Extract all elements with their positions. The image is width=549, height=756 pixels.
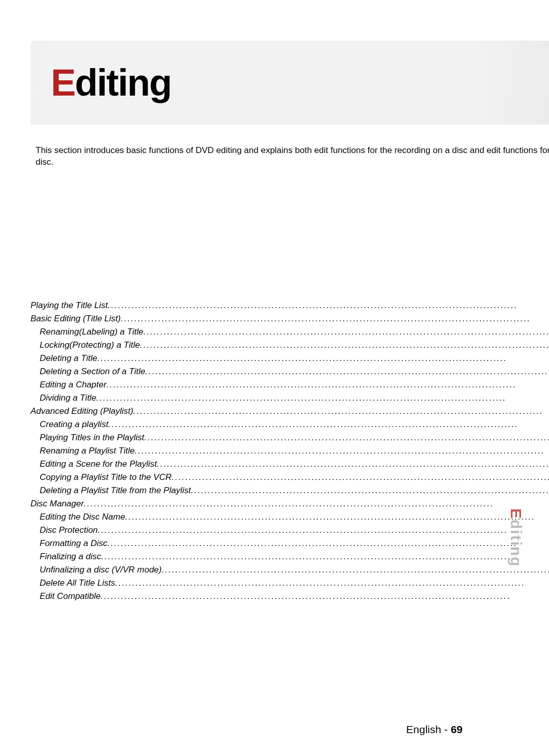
side-tab-initial: E (508, 508, 525, 520)
toc-name: Advanced Editing (Playlist) (30, 406, 133, 416)
toc-entry: Copying a Playlist Title to the VCR83 (30, 472, 549, 482)
toc-entry: Dividing a Title77 (30, 393, 549, 403)
toc-entry: Renaming(Labeling) a Title71 (30, 327, 549, 337)
toc-entry: Locking(Protecting) a Title72 (30, 340, 549, 350)
toc-name: Creating a playlist (40, 419, 108, 430)
toc-name: Deleting a Playlist Title from the Playl… (40, 486, 191, 496)
toc-entry: Advanced Editing (Playlist)78 (30, 406, 549, 416)
toc-entry: Deleting a Playlist Title from the Playl… (30, 486, 549, 496)
toc-entry: Basic Editing (Title List)71 (30, 314, 549, 324)
toc-name: Edit Compatible (40, 591, 101, 601)
toc-entry: Finalizing a disc86 (30, 552, 549, 562)
side-tab-rest: diting (508, 520, 525, 567)
toc-name: Dividing a Title (40, 393, 96, 403)
toc-entry: Editing a Scene for the Playlist80 (30, 459, 549, 469)
left-column: Editing This section introduces basic fu… (30, 41, 549, 731)
toc-name: Disc Manager (30, 499, 84, 509)
toc-entry: Creating a playlist78 (30, 419, 549, 430)
toc-name: Renaming a Playlist Title (40, 446, 135, 456)
toc-name: Delete All Title Lists (40, 578, 115, 588)
toc-entry: Deleting a Section of a Title73 (30, 367, 549, 377)
section-title-rest: diting (75, 62, 171, 104)
toc-name: Editing a Chapter (40, 380, 106, 390)
toc-name: Disc Protection (40, 525, 98, 535)
toc-entry: Playing Titles in the Playlist79 (30, 433, 549, 443)
toc-entry: Edit Compatible89 (30, 591, 549, 601)
two-column-layout: Editing This section introduces basic fu… (30, 41, 518, 731)
toc-entry: Editing the Disc Name84 (30, 512, 549, 522)
toc-entry: Renaming a Playlist Title79 (30, 446, 549, 456)
side-tab: Editing (507, 508, 525, 567)
toc-entry: Playing the Title List69 (30, 300, 549, 311)
toc-name: Editing the Disc Name (40, 512, 125, 522)
toc-name: Finalizing a disc (40, 552, 101, 562)
toc-name: Deleting a Section of a Title (40, 367, 145, 377)
toc-name: Basic Editing (Title List) (30, 314, 120, 324)
toc-name: Playing Titles in the Playlist (40, 433, 144, 443)
manual-page: Editing This section introduces basic fu… (0, 0, 549, 756)
toc-entry: Delete All Title Lists88 (30, 578, 549, 588)
section-title-initial: E (51, 62, 75, 104)
toc-name: Playing the Title List (30, 300, 108, 311)
page-footer: English - 69 (406, 723, 463, 736)
toc-entry: Formatting a Disc86 (30, 538, 549, 549)
toc-name: Editing a Scene for the Playlist (40, 459, 157, 469)
toc-name: Deleting a Title (40, 353, 97, 364)
toc-name: Formatting a Disc (40, 538, 107, 549)
table-of-contents: Playing the Title List69Basic Editing (T… (30, 300, 549, 601)
toc-name: Copying a Playlist Title to the VCR (40, 472, 172, 482)
toc-entry: Editing a Chapter75 (30, 380, 549, 390)
section-intro: This section introduces basic functions … (30, 145, 549, 168)
toc-entry: Unfinalizing a disc (V/VR mode)87 (30, 565, 549, 575)
toc-entry: Disc Manager84 (30, 499, 549, 509)
section-header: Editing (30, 41, 549, 125)
toc-entry: Disc Protection85 (30, 525, 549, 535)
toc-name: Locking(Protecting) a Title (40, 340, 140, 350)
toc-name: Renaming(Labeling) a Title (40, 327, 143, 337)
toc-entry: Deleting a Title73 (30, 353, 549, 364)
toc-name: Unfinalizing a disc (V/VR mode) (40, 565, 162, 575)
